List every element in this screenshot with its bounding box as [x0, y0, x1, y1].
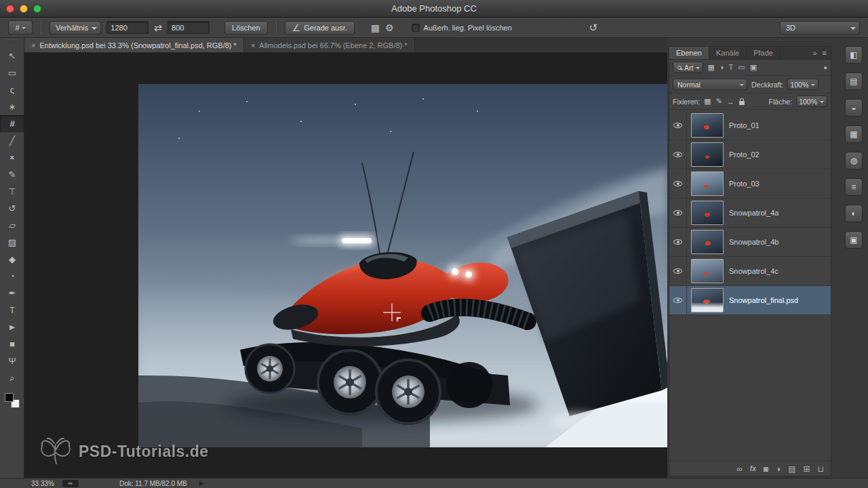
filter-smart-object-icon[interactable]: ▣ [750, 63, 757, 72]
visibility-toggle[interactable] [669, 111, 687, 140]
new-layer-icon[interactable]: ⊞ [804, 465, 810, 473]
delete-layer-icon[interactable]: ⊔ [818, 465, 824, 473]
visibility-toggle[interactable] [669, 140, 687, 169]
straighten-button[interactable]: ∠ Gerade ausr. [285, 21, 355, 35]
doc-size-info[interactable]: Dok: 11.7 MB/82.0 MB [119, 480, 187, 487]
crop-ratio-dropdown[interactable]: Verhältnis [50, 21, 101, 35]
filter-toggle-icon[interactable]: ● [824, 64, 827, 71]
clone-stamp-tool[interactable]: ⊤ [0, 183, 24, 200]
new-group-icon[interactable]: ▤ [788, 465, 795, 473]
gradient-tool[interactable]: ▨ [0, 234, 24, 251]
lock-transparency-icon[interactable]: ▦ [704, 97, 711, 106]
layer-thumbnail[interactable] [691, 171, 724, 196]
filter-kind-dropdown[interactable]: Art [673, 62, 703, 73]
layer-thumbnail[interactable] [691, 201, 724, 225]
link-layers-icon[interactable]: ∞ [736, 465, 743, 473]
crop-settings-gear-icon[interactable]: ⚙ [385, 23, 394, 33]
filter-shape-layers-icon[interactable]: ▭ [738, 63, 745, 72]
status-widget[interactable]: ◂▸ [62, 480, 79, 487]
eyedropper-tool[interactable]: ╱ [0, 132, 24, 149]
color-swatches[interactable] [5, 393, 20, 408]
zoom-level[interactable]: 33.33% [31, 480, 54, 487]
document-canvas[interactable] [138, 84, 667, 447]
layer-row[interactable]: Proto_03 [669, 169, 831, 199]
layer-thumbnail[interactable] [691, 230, 724, 254]
hand-tool[interactable]: Ψ [0, 352, 24, 369]
panel-grip[interactable] [7, 39, 17, 43]
visibility-toggle[interactable] [669, 228, 687, 257]
panel-tab[interactable]: Kanäle [709, 47, 747, 59]
layer-row[interactable]: Snowpatrol_final.psd [669, 286, 831, 315]
status-menu-arrow[interactable]: ▶ [199, 480, 204, 487]
visibility-toggle[interactable] [669, 169, 687, 199]
layer-row[interactable]: Snowpatrol_4b [669, 228, 831, 257]
layer-row[interactable]: Snowpatrol_4c [669, 257, 831, 286]
collapsed-panel-6[interactable]: ≡ [845, 178, 863, 196]
zoom-tool[interactable]: ⌕ [0, 369, 24, 386]
crop-tool[interactable]: # [0, 115, 24, 132]
blur-tool[interactable]: ◆ [0, 251, 24, 268]
title-bar[interactable]: Adobe Photoshop CC [0, 0, 868, 18]
reset-crop-icon[interactable]: ↺ [589, 22, 598, 33]
filter-adjustment-layers-icon[interactable]: ◑ [719, 63, 724, 72]
filter-pixel-layers-icon[interactable]: ▦ [707, 63, 714, 72]
delete-cropped-pixels-checkbox[interactable] [412, 24, 420, 32]
clear-button[interactable]: Löschen [224, 21, 268, 35]
close-icon[interactable]: × [251, 41, 255, 49]
healing-brush-tool[interactable]: + [0, 149, 24, 166]
filter-type-layers-icon[interactable]: T [728, 63, 733, 72]
document-tab[interactable]: ×Entwicklung.psd bei 33.3% (Snowpatrol_f… [24, 38, 244, 52]
history-brush-tool[interactable]: ↺ [0, 200, 24, 217]
eraser-tool[interactable]: ▱ [0, 217, 24, 234]
add-layer-mask-icon[interactable]: ◙ [764, 465, 768, 473]
opacity-field[interactable]: 100% [787, 79, 818, 90]
collapsed-panel-3[interactable]: ◒ [845, 99, 863, 117]
collapsed-panel-4[interactable]: ▦ [845, 125, 863, 143]
marquee-tool[interactable]: ▭ [0, 64, 24, 81]
collapsed-panel-5[interactable]: ◍ [845, 152, 863, 169]
crop-width-field[interactable] [106, 21, 149, 34]
layer-thumbnail[interactable] [691, 113, 724, 138]
foreground-color-swatch[interactable] [5, 393, 14, 402]
layer-row[interactable]: Proto_02 [669, 140, 831, 169]
collapsed-panel-8[interactable]: ▣ [845, 231, 863, 249]
type-tool[interactable]: T [0, 302, 24, 319]
collapsed-panel-1[interactable]: ◧ [845, 46, 863, 64]
layer-row[interactable]: Snowpatrol_4a [669, 199, 831, 228]
visibility-toggle[interactable] [669, 257, 687, 286]
path-selection-tool[interactable]: ► [0, 319, 24, 336]
lock-pixels-icon[interactable]: ✎ [716, 97, 722, 106]
lasso-tool[interactable]: ς [0, 81, 24, 98]
tool-preset-picker[interactable]: # [8, 20, 33, 35]
lock-position-icon[interactable]: ↔ [727, 98, 734, 106]
quick-selection-tool[interactable]: ∗ [0, 98, 24, 115]
collapsed-panel-2[interactable]: ▤ [845, 73, 863, 90]
layer-row[interactable]: Proto_01 [669, 111, 831, 140]
collapsed-panel-7[interactable]: ◐ [845, 205, 863, 222]
blend-mode-dropdown[interactable]: Normal [673, 79, 747, 90]
panel-tab[interactable]: Ebenen [669, 47, 709, 59]
crop-height-field[interactable] [167, 21, 210, 34]
close-icon[interactable]: × [31, 41, 35, 49]
swap-dimensions-icon[interactable]: ⇄ [154, 23, 162, 33]
visibility-toggle[interactable] [669, 199, 687, 228]
move-tool[interactable]: ↖ [0, 47, 24, 64]
collapse-panels-icon[interactable]: » [812, 49, 816, 57]
shape-tool[interactable]: ■ [0, 336, 24, 352]
dodge-tool[interactable]: ◔ [0, 268, 24, 285]
pen-tool[interactable]: ✒ [0, 285, 24, 302]
brush-tool[interactable]: ✎ [0, 166, 24, 183]
workspace-switcher[interactable]: 3D [780, 21, 860, 35]
layer-thumbnail[interactable] [691, 142, 724, 167]
document-tab[interactable]: ×Allmodels.psd bei 66.7% (Ebene 2, RGB/8… [244, 38, 415, 52]
layer-thumbnail[interactable] [691, 259, 724, 283]
lock-all-icon[interactable] [739, 101, 745, 105]
panel-tab[interactable]: Pfade [747, 47, 781, 59]
visibility-toggle[interactable] [669, 286, 687, 315]
layer-style-icon[interactable]: fx [750, 466, 756, 472]
fill-field[interactable]: 100% [796, 96, 827, 107]
layer-thumbnail[interactable] [691, 288, 724, 312]
panel-menu-icon[interactable]: ≡ [823, 49, 827, 57]
canvas-pasteboard[interactable]: PSD-Tutorials.de [24, 53, 667, 478]
overlay-options-icon[interactable]: ▦ [371, 23, 380, 33]
